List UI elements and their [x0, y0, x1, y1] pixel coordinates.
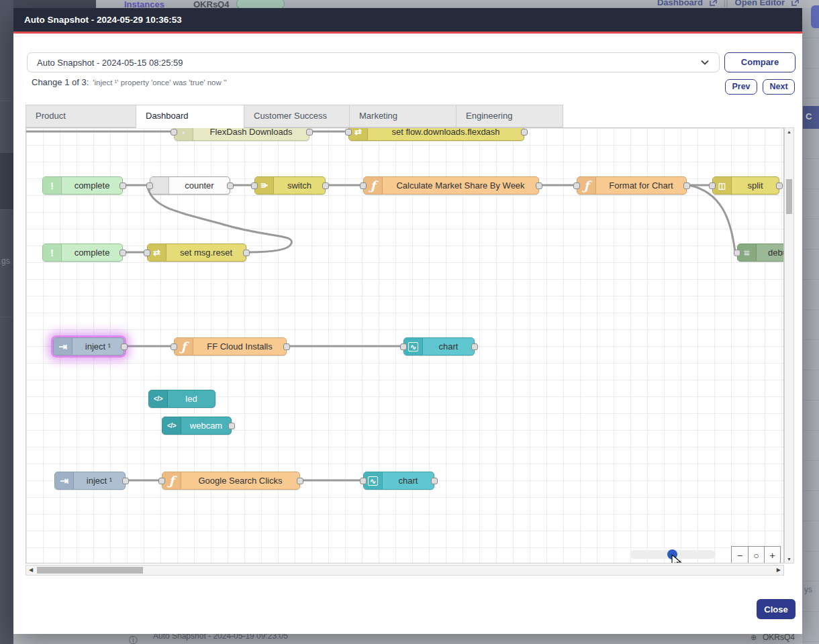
input-port[interactable] — [171, 343, 177, 350]
flow-node-chart-2[interactable]: ∿chart — [363, 472, 434, 490]
node-label: FF Cloud Installs — [193, 338, 286, 355]
flow-node-inject-highlighted[interactable]: ⇥inject ¹ — [53, 337, 124, 356]
change-counter: Change 1 of 3: — [32, 77, 89, 87]
chart-icon: ∿ — [404, 338, 423, 355]
zoom-in-button[interactable]: + — [764, 547, 780, 564]
tab-dashboard[interactable]: Dashboard — [136, 105, 244, 128]
output-port[interactable] — [121, 343, 128, 350]
change-status: Change 1 of 3:'inject ¹' property 'once'… — [32, 77, 226, 87]
flow-node-format-for-chart[interactable]: ƒFormat for Chart — [577, 176, 687, 195]
page: Instances OKRsQ4 Dashboard || Open Edito… — [0, 0, 819, 644]
snapshot-select-value: Auto Snapshot - 2024-05-15 08:25:59 — [37, 58, 183, 68]
prev-button[interactable]: Prev — [725, 79, 757, 95]
input-port[interactable] — [144, 250, 150, 256]
function-icon: ƒ — [175, 338, 193, 355]
output-port[interactable] — [297, 478, 303, 484]
flow-node-chart-1[interactable]: ∿chart — [403, 337, 475, 356]
flow-node-set-msg-reset[interactable]: ⇄set msg.reset — [147, 244, 246, 262]
vertical-scrollbar[interactable]: ▲ ▼ — [784, 127, 794, 564]
compare-button[interactable]: Compare — [724, 52, 796, 72]
flow-node-complete-2[interactable]: !complete — [42, 244, 123, 262]
output-port[interactable] — [228, 423, 235, 429]
output-port[interactable] — [431, 478, 438, 484]
scroll-up-arrow[interactable]: ▲ — [785, 129, 793, 134]
input-port[interactable] — [345, 129, 352, 136]
input-port[interactable] — [573, 182, 580, 189]
scroll-right-arrow[interactable]: ▶ — [777, 567, 781, 573]
inject-icon: ⇥ — [54, 338, 73, 355]
sprout-icon: ◗ — [175, 127, 193, 140]
horizontal-scrollbar[interactable]: ◀ ▶ — [26, 565, 784, 576]
function-icon: ƒ — [364, 177, 383, 194]
output-port[interactable] — [521, 129, 528, 136]
scroll-down-arrow[interactable]: ▼ — [785, 557, 793, 561]
input-port[interactable] — [734, 250, 740, 256]
input-port[interactable] — [171, 129, 177, 136]
input-port[interactable] — [360, 182, 367, 189]
output-port[interactable] — [227, 182, 234, 189]
input-port[interactable] — [709, 182, 716, 189]
tab-product[interactable]: Product — [26, 105, 136, 127]
node-label: Format for Chart — [596, 177, 686, 194]
output-port[interactable] — [471, 343, 478, 350]
inject-icon: ⇥ — [55, 472, 74, 489]
output-port[interactable] — [119, 250, 126, 256]
flow-node-debug[interactable]: ≡debug — [737, 244, 784, 262]
flow-node-webcam[interactable]: </>webcam — [162, 417, 232, 435]
flow-node-complete-1[interactable]: !complete — [42, 176, 123, 195]
node-label: Google Search Clicks — [181, 472, 299, 489]
snapshot-diff-modal: Auto Snapshot - 2024-05-29 10:36:53 Auto… — [13, 8, 802, 634]
close-button[interactable]: Close — [757, 599, 796, 619]
zoom-reset-button[interactable]: ○ — [748, 547, 764, 564]
chevron-down-icon — [700, 58, 710, 67]
tab-engineering[interactable]: Engineering — [456, 105, 563, 127]
output-port[interactable] — [122, 478, 129, 484]
horizontal-scrollbar-thumb[interactable] — [37, 567, 143, 574]
output-port[interactable] — [536, 182, 542, 189]
input-port[interactable] — [146, 182, 153, 189]
input-port[interactable] — [251, 182, 258, 189]
tab-marketing[interactable]: Marketing — [349, 105, 456, 127]
template-icon: </> — [149, 390, 168, 407]
output-port[interactable] — [119, 182, 126, 189]
scroll-left-arrow[interactable]: ◀ — [29, 567, 33, 573]
snapshot-select[interactable]: Auto Snapshot - 2024-05-15 08:25:59 — [27, 52, 720, 72]
flow-node-switch[interactable]: ⋔switch — [254, 176, 326, 195]
input-port[interactable] — [360, 478, 367, 484]
flow-node-google-search-clicks[interactable]: ƒGoogle Search Clicks — [162, 472, 300, 490]
flow-node-ff-cloud-installs[interactable]: ƒFF Cloud Installs — [174, 337, 287, 356]
node-label: inject ¹ — [74, 472, 125, 489]
flow-node-counter[interactable]: counter — [150, 176, 230, 195]
node-label: led — [168, 390, 215, 407]
output-port[interactable] — [283, 343, 290, 350]
tab-customer-success[interactable]: Customer Success — [244, 105, 350, 127]
node-label: FlexDash Downloads — [193, 127, 309, 140]
flow-node-led[interactable]: </>led — [148, 390, 215, 408]
change-icon: ⇄ — [148, 244, 166, 261]
flow-node-flexdash-downloads[interactable]: ◗FlexDash Downloads — [174, 127, 309, 141]
output-port[interactable] — [683, 182, 690, 189]
output-port[interactable] — [306, 129, 313, 136]
input-port[interactable] — [158, 478, 165, 484]
exclaim-icon: ! — [43, 244, 62, 261]
flow-node-inject-2[interactable]: ⇥inject ¹ — [54, 472, 126, 490]
chart-icon: ∿ — [364, 472, 383, 489]
zoom-slider-thumb[interactable] — [667, 549, 677, 559]
node-label: Calculate Market Share By Week — [383, 177, 538, 194]
wire — [148, 187, 291, 252]
zoom-slider-track[interactable] — [630, 550, 716, 559]
next-button[interactable]: Next — [763, 79, 795, 95]
flow-canvas[interactable]: − ○ + ◗FlexDash Downloads⇄set flow.downl… — [26, 127, 784, 564]
change-detail: 'inject ¹' property 'once' was 'true' no… — [93, 78, 226, 87]
output-port[interactable] — [776, 182, 783, 189]
vertical-scrollbar-thumb[interactable] — [786, 179, 792, 214]
flow-node-split[interactable]: ◫split — [712, 176, 779, 195]
input-port[interactable] — [400, 343, 407, 350]
tab-bar: ProductDashboardCustomer SuccessMarketin… — [26, 105, 563, 128]
output-port[interactable] — [243, 250, 250, 256]
flow-node-calculate-market-share-by-week[interactable]: ƒCalculate Market Share By Week — [363, 176, 539, 195]
flow-node-set-flow-downloads-flexdash[interactable]: ⇄set flow.downloads.flexdash — [348, 127, 524, 141]
output-port[interactable] — [322, 182, 329, 189]
change-icon: ⇄ — [349, 127, 368, 140]
zoom-out-button[interactable]: − — [732, 547, 748, 564]
